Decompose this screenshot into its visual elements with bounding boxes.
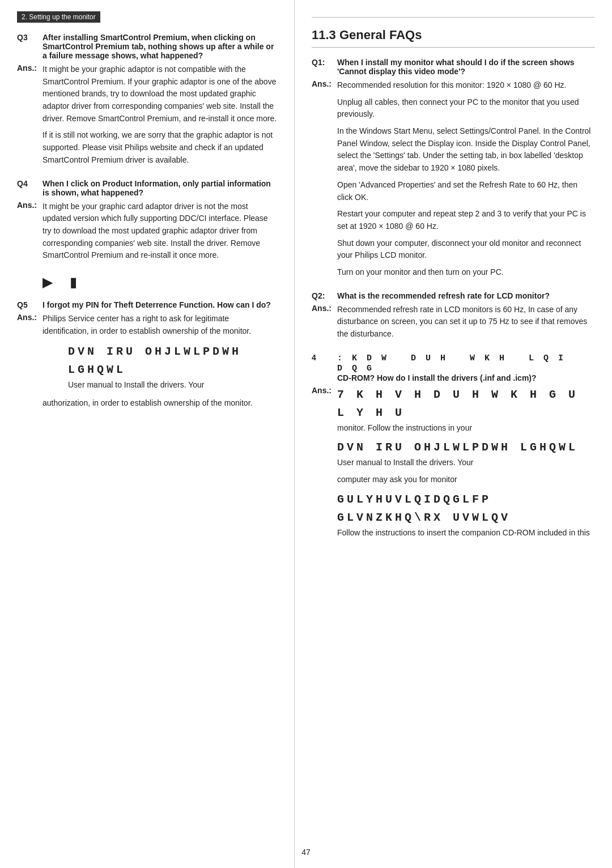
play-icon: ▶ [42, 274, 53, 290]
right-q3-corruption-1: 7 K H V H D U H W K H G U L Y H U [337, 386, 595, 422]
right-q3-block: 4 : K D W D U H W K H L Q I D Q G CD-ROM… [312, 353, 595, 539]
q5-answer-row: Ans.: Philips Service center has a right… [17, 313, 277, 410]
right-q2-text: What is the recommended refresh rate for… [337, 291, 595, 300]
q3-ans-label: Ans.: [17, 63, 42, 167]
right-q3-corruption-3: GULYHUVLQIDQGLFP [337, 491, 595, 509]
right-q1-question-row: Q1: When I install my monitor what shoul… [312, 58, 595, 76]
right-q1-ans-label: Ans.: [312, 79, 337, 279]
right-q3-label: 4 [312, 353, 337, 382]
q4-label: Q4 [17, 179, 42, 197]
right-q3-question-row: 4 : K D W D U H W K H L Q I D Q G CD-ROM… [312, 353, 595, 382]
right-q2-question-row: Q2: What is the recommended refresh rate… [312, 291, 595, 300]
right-q2-answer-row: Ans.: Recommended refresh rate in LCD mo… [312, 304, 595, 341]
q4-text: When I click on Product Information, onl… [42, 179, 277, 197]
q5-text: I forgot my PIN for Theft Deterrence Fun… [42, 300, 277, 309]
right-q3-ans-label: Ans.: [312, 386, 337, 539]
q4-question-row: Q4 When I click on Product Information, … [17, 179, 277, 197]
q4-ans-label: Ans.: [17, 201, 42, 262]
right-q1-block: Q1: When I install my monitor what shoul… [312, 58, 595, 279]
right-q3-corruption-4: GLVNZKHQ\RX UVWLQV [337, 509, 595, 527]
right-q2-label: Q2: [312, 291, 337, 300]
left-column: 2. Setting up the monitor Q3 After insta… [0, 0, 295, 868]
right-q1-ans-text: Recommended resolution for this monitor:… [337, 79, 595, 279]
section-title: 11.3 General FAQs [312, 28, 595, 48]
q4-answer-row: Ans.: It might be your graphic card adap… [17, 201, 277, 262]
q3-question-row: Q3 After installing SmartControl Premium… [17, 33, 277, 60]
q5-corruption: DVN IRU OHJLWLPDWH LGHQWL User manual to… [68, 343, 277, 392]
q5-ans-label: Ans.: [17, 313, 42, 410]
q3-text: After installing SmartControl Premium, w… [42, 33, 277, 60]
q5-label: Q5 [17, 300, 42, 309]
page-number: 47 [0, 848, 612, 857]
right-q1-text: When I install my monitor what should I … [337, 58, 595, 76]
icon-row: ▶ ▮ [42, 274, 277, 290]
section-header: 2. Setting up the monitor [17, 11, 100, 23]
q4-ans-text: It might be your graphic card adaptor dr… [42, 201, 277, 262]
right-q1-label: Q1: [312, 58, 337, 76]
pause-icon: ▮ [70, 274, 77, 290]
q4-block: Q4 When I click on Product Information, … [17, 179, 277, 262]
q3-ans-text: It might be your graphic adaptor is not … [42, 63, 277, 167]
q5-block: Q5 I forgot my PIN for Theft Deterrence … [17, 300, 277, 410]
q5-ans-text: Philips Service center has a right to as… [42, 313, 277, 410]
right-q3-corruption: : K D W D U H W K H L Q I D Q G [337, 354, 580, 373]
right-q1-answer-row: Ans.: Recommended resolution for this mo… [312, 79, 595, 279]
right-q3-ans-text: 7 K H V H D U H W K H G U L Y H U monito… [337, 386, 595, 539]
right-q2-block: Q2: What is the recommended refresh rate… [312, 291, 595, 341]
q5-corruption-line1: DVN IRU OHJLWLPDWH LGHQWL [68, 343, 277, 379]
right-column: 11.3 General FAQs Q1: When I install my … [295, 0, 612, 868]
q3-block: Q3 After installing SmartControl Premium… [17, 33, 277, 167]
q5-mixed-line: User manual to Install the drivers. Your [68, 379, 277, 392]
right-q3-text: : K D W D U H W K H L Q I D Q G CD-ROM? … [337, 353, 595, 382]
right-q3-answer-row: Ans.: 7 K H V H D U H W K H G U L Y H U … [312, 386, 595, 539]
section-divider [312, 17, 595, 18]
right-q3-corruption-2: DVN IRU OHJLWLPDWH LGHQWL [337, 439, 595, 457]
q3-label: Q3 [17, 33, 42, 60]
q5-question-row: Q5 I forgot my PIN for Theft Deterrence … [17, 300, 277, 309]
right-q2-ans-text: Recommended refresh rate in LCD monitors… [337, 304, 595, 341]
q3-answer-row: Ans.: It might be your graphic adaptor i… [17, 63, 277, 167]
right-q2-ans-label: Ans.: [312, 304, 337, 341]
